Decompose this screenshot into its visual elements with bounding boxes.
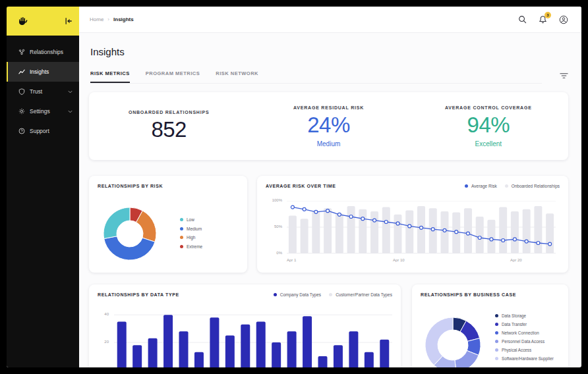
sidebar-collapse-icon[interactable]: [65, 17, 73, 25]
gear-icon: [18, 108, 25, 115]
average-risk-combo-chart: [287, 201, 556, 254]
legend-label: Data Transfer: [502, 322, 527, 327]
legend-item: Network Connection: [495, 331, 554, 335]
kpi-average-control-coverage: AVERAGE CONTROL COVERAGE 94% Excellent: [409, 92, 568, 160]
kpi-label: AVERAGE CONTROL COVERAGE: [445, 105, 532, 110]
sidebar-item-relationships[interactable]: Relationships: [7, 42, 79, 62]
legend-label: Average Risk: [471, 184, 497, 188]
topbar: Home › Insights 3: [79, 7, 581, 33]
legend-dot: [505, 184, 508, 188]
sidebar: Relationships Insights Trust: [7, 7, 79, 367]
x-axis-tick: Apr 20: [510, 258, 522, 262]
legend-dot: [495, 340, 498, 343]
legend-dot: [495, 331, 498, 334]
breadcrumb-current: Insights: [113, 16, 134, 22]
search-icon[interactable]: [518, 15, 527, 24]
kpi-value: 94%: [467, 113, 510, 138]
page-title: Insights: [90, 46, 125, 57]
legend-label: Extreme: [187, 244, 202, 249]
legend-dot: [495, 323, 498, 326]
legend-label: Personnel Data Access: [502, 339, 544, 344]
data-type-bar-chart: [114, 284, 392, 367]
business-case-legend: Data Storage Data Transfer Network Conne…: [495, 313, 554, 365]
sidebar-item-label: Support: [30, 128, 49, 134]
legend-item: Data Transfer: [495, 322, 554, 327]
legend-label: Network Connection: [502, 331, 539, 335]
breadcrumb-home[interactable]: Home: [90, 16, 103, 22]
combo-chart-legend: Average Risk Onboarded Relationships: [465, 184, 560, 188]
sidebar-item-settings[interactable]: Settings: [7, 101, 79, 121]
x-axis-tick: Apr 10: [393, 258, 405, 262]
legend-dot: [180, 227, 183, 230]
kpi-value: 852: [151, 117, 187, 142]
legend-label: Low: [187, 217, 194, 222]
legend-label: Onboarded Relationships: [512, 184, 560, 188]
legend-dot: [180, 218, 183, 221]
business-case-donut-chart: [412, 284, 498, 367]
legend-item: Extreme: [180, 244, 202, 249]
legend-item: Software/Hardware Supplier: [495, 356, 554, 361]
kpi-value: 24%: [307, 113, 350, 138]
kpi-label: AVERAGE RESIDUAL RISK: [293, 105, 364, 110]
sidebar-item-insights[interactable]: Insights: [7, 62, 79, 82]
legend-dot: [495, 348, 498, 352]
legend-item: High: [180, 235, 202, 240]
sidebar-item-support[interactable]: Support: [7, 121, 79, 141]
legend-dot: [495, 314, 498, 317]
relationships-icon: [18, 49, 25, 55]
average-risk-over-time-card: AVERAGE RISK OVER TIME Average Risk Onbo…: [257, 176, 568, 273]
y-axis-tick: 40: [92, 312, 109, 316]
breadcrumb: Home › Insights: [90, 16, 134, 22]
legend-item: Average Risk: [465, 184, 497, 188]
chevron-down-icon: [68, 110, 73, 113]
legend-item: Personnel Data Access: [495, 339, 554, 344]
sidebar-item-label: Settings: [30, 108, 50, 115]
x-axis-tick: Apr 1: [287, 258, 296, 262]
legend-dot: [495, 357, 498, 360]
sidebar-header: [7, 7, 79, 36]
y-axis-tick: 100%: [265, 198, 282, 202]
legend-label: Data Storage: [502, 313, 526, 318]
sidebar-item-trust[interactable]: Trust: [7, 82, 79, 101]
y-axis-tick: 20: [92, 340, 109, 344]
sidebar-nav: Relationships Insights Trust: [7, 36, 79, 141]
chevron-down-icon: [68, 90, 73, 94]
notification-badge: 3: [544, 12, 551, 18]
legend-label: High: [187, 235, 195, 240]
legend-dot: [465, 184, 468, 188]
hand-logo-icon[interactable]: [17, 16, 28, 26]
legend-dot: [180, 245, 183, 248]
kpi-summary-card: ONBOARDED RELATIONSHIPS 852 AVERAGE RESI…: [89, 92, 568, 160]
tab-program-metrics[interactable]: PROGRAM METRICS: [146, 70, 200, 83]
sidebar-item-label: Trust: [30, 88, 42, 95]
legend-dot: [180, 236, 183, 239]
kpi-sub-label: Excellent: [475, 140, 502, 147]
filter-icon[interactable]: [560, 72, 568, 79]
notifications-bell-icon[interactable]: 3: [539, 15, 547, 24]
legend-label: Software/Hardware Supplier: [502, 356, 554, 361]
legend-item: Low: [180, 217, 202, 222]
risk-donut-chart: [89, 176, 247, 273]
tab-risk-network[interactable]: RISK NETWORK: [216, 70, 258, 83]
y-axis-tick: 50%: [265, 225, 282, 228]
relationships-by-business-case-card: RELATIONSHIPS BY BUSINESS CASE Data Stor…: [412, 284, 568, 367]
sidebar-item-label: Relationships: [30, 49, 63, 55]
kpi-label: ONBOARDED RELATIONSHIPS: [129, 110, 210, 115]
relationships-by-data-type-card: RELATIONSHIPS BY DATA TYPE Company Data …: [89, 284, 401, 367]
legend-label: Medium: [187, 227, 202, 231]
app-window: Relationships Insights Trust: [7, 7, 581, 367]
card-title: RELATIONSHIPS BY RISK: [98, 184, 163, 188]
tab-risk-metrics[interactable]: RISK METRICS: [90, 70, 130, 83]
help-circle-icon: [18, 128, 25, 134]
user-avatar-icon[interactable]: [559, 15, 568, 24]
kpi-onboarded-relationships: ONBOARDED RELATIONSHIPS 852: [89, 92, 249, 160]
breadcrumb-separator: ›: [107, 16, 109, 22]
legend-item: Physical Access: [495, 348, 554, 352]
topbar-actions: 3: [518, 15, 568, 24]
legend-item: Onboarded Relationships: [505, 184, 560, 188]
insights-icon: [18, 68, 25, 75]
kpi-sub-label: Medium: [317, 140, 341, 147]
y-axis-tick: 0%: [265, 251, 282, 255]
kpi-average-residual-risk: AVERAGE RESIDUAL RISK 24% Medium: [249, 92, 408, 160]
relationships-by-risk-card: RELATIONSHIPS BY RISK Low Medium High Ex…: [89, 176, 247, 273]
